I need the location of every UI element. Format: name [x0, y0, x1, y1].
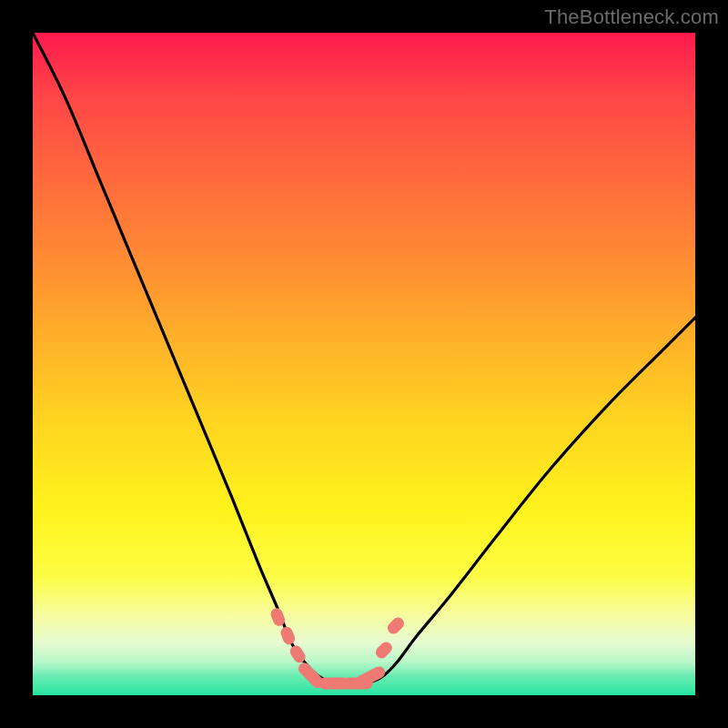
marker-layer — [269, 606, 407, 690]
curve-marker — [385, 615, 406, 636]
svg-rect-8 — [385, 615, 406, 636]
chart-area — [33, 33, 695, 695]
svg-rect-7 — [373, 640, 394, 661]
curve-marker — [373, 640, 394, 661]
curve-marker — [279, 625, 297, 646]
curve-layer — [33, 33, 695, 682]
watermark-text: TheBottleneck.com — [544, 5, 719, 29]
chart-svg — [33, 33, 695, 695]
svg-rect-1 — [279, 625, 297, 646]
bottleneck-curve — [33, 33, 695, 682]
outer-frame: TheBottleneck.com — [0, 0, 728, 728]
